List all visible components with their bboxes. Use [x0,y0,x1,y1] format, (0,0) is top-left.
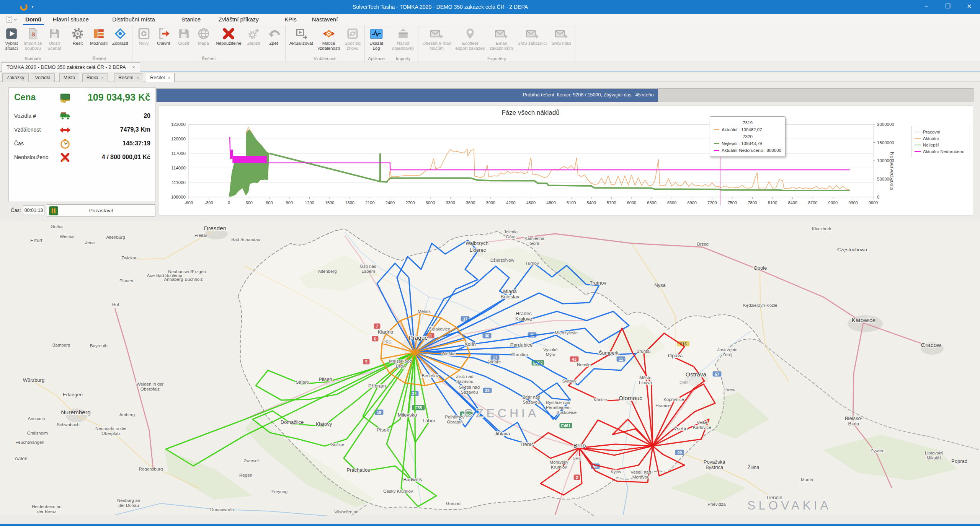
matrix-icon [322,27,335,40]
pause-button[interactable]: Pozastavit [47,204,155,217]
road-shield-label: 6 [374,337,376,341]
x-axis-tick: 1800 [345,200,354,205]
maximize-button[interactable]: ❐ [937,0,959,14]
gear-icon [71,27,84,40]
stat-label: Vzdálenost [14,127,41,133]
ribbon-button-matice[interactable]: Matice vzdáleností [315,26,342,56]
document-tab-close-icon[interactable]: × [132,65,135,70]
cost-chart-card[interactable]: Fáze všech nákladů 108000111000114000117… [159,106,973,215]
x-axis-tick: 7200 [707,200,717,205]
ribbon-button-zpět[interactable]: Zpět [264,26,284,56]
tab-řidiči[interactable]: Řidiči× [82,73,108,82]
time-label: Čas: [11,207,21,213]
map-city-label: Prachatice [346,467,370,473]
tab-close-icon[interactable]: × [101,75,103,80]
tab-zakázky[interactable]: Zakázky [2,73,29,82]
map-city-label: Olomouc [619,395,642,401]
x-axis-tick: 3300 [446,200,455,205]
envelope-icon [430,27,443,40]
ribbon-button-nepoužitelné[interactable]: Nepoužitelné [214,26,244,56]
menu-tab-nastaven-[interactable]: Nastavení [310,14,340,25]
backstage-menu-icon[interactable] [5,15,18,24]
map-city-label: Amberg [119,412,135,417]
x-axis-tick: -300 [205,200,213,205]
tab-label: Řidiči [87,75,98,80]
cross-icon [59,152,71,163]
map-city-label: Prievidza [707,502,726,506]
road-shield-label: 43 [572,357,577,362]
ribbon-button-zobrazit[interactable]: Zobrazit [110,26,131,56]
x-axis-tick: 6600 [667,200,676,205]
map-city-label: MoravskýKrumlov [549,460,568,469]
menu-tab-kpis[interactable]: KPIs [282,14,299,25]
close-button[interactable]: ✕ [959,0,980,14]
series-area [232,156,266,163]
tab-vozidla[interactable]: Vozidla [31,73,54,82]
ribbon-button-řešit[interactable]: Řešit [68,26,88,56]
x-axis-tick: 900 [286,200,293,205]
menu-tab-distribu-n-m-sta[interactable]: Distribuční místa [110,14,157,25]
y-axis-tick: 117000 [171,151,186,156]
map-view[interactable]: 76115373617381933E55E551431191667E462E46… [0,220,980,516]
stat-row-vzdálenost: Vzdálenost7479,3 Km [14,124,150,137]
pulse-icon [370,27,383,40]
x-axis-tick: 4500 [526,200,536,205]
tab-řešení[interactable]: Řešení× [114,73,143,82]
menu-tab-stanice[interactable]: Stanice [179,14,203,25]
ribbon-button-ukázat[interactable]: Ukázat Log [366,26,386,56]
options-bars-icon [92,27,105,40]
map-canvas: 76115373617381933E55E551431191667E462E46… [0,220,980,516]
map-city-label: Neuburg ander Donau [117,498,140,508]
ribbon-button-vybrat[interactable]: Vybrat situaci [2,26,21,56]
ribbon-group-name: Aplikace [366,56,386,62]
minimize-button[interactable]: – [916,0,937,14]
legend-label: Aktuální-Nedoručeno [923,149,964,154]
map-city-label: Gotha [51,224,63,229]
ribbon-button-spočítat: Spočítat znovu [342,26,363,56]
ribbon-button-label: Možnosti [90,41,108,46]
legend-label: Nejlepší [923,143,939,147]
x-axis-tick: 2400 [385,200,395,205]
ribbon-button-zlepšit: Zlepšit [244,26,264,56]
map-city-label: Domažlice [281,419,304,425]
ribbon-group-name: Importy [390,56,416,62]
map-city-label: Pilsen [318,376,332,382]
map-city-label: Milevsko [398,412,417,418]
right-axis-tick: 1500000 [877,140,894,145]
tab-řešitel[interactable]: Řešitel× [146,73,175,82]
new-circle-icon [137,27,150,40]
x-axis-tick: 300 [246,200,253,205]
tab-místa[interactable]: Místa [59,73,80,82]
ribbon-button-label: Uložit [178,41,189,46]
menu-bar: DomůHlavní situaceDistribuční místaStani… [0,14,980,25]
legend-swatch [915,138,921,139]
pin-icon [464,27,477,40]
ribbon-group-scénáře: Vybrat situaciSImport ze souboruUložit S… [0,25,66,62]
tooltip-row: Aktuální-Nedoručeno : 800000 [714,147,781,154]
ribbon-button-možnosti[interactable]: Možnosti [88,26,110,56]
ribbon-button-label: Řešit [73,41,83,46]
ribbon-group-řešení: NovýOtevřítUložitMapaNepoužitelnéZlepšit… [132,25,286,62]
ribbon-button-otevřít[interactable]: Otevřít [154,26,174,56]
ribbon-button-aktualizovat[interactable]: Aktualizovat [287,26,315,56]
map-city-label: OSR [679,381,688,385]
menu-tab-hlavn-situace[interactable]: Hlavní situace [51,14,91,25]
map-city-label: Jena [85,240,95,245]
x-axis-tick: 3900 [486,200,495,205]
legend-item: Aktuální-Nedoručeno [915,148,967,155]
tab-label: Zakázky [7,75,24,80]
tab-close-icon[interactable]: × [168,75,170,80]
ribbon-group-name: Scénáře [2,56,64,62]
chart-canvas[interactable]: 108000111000114000117000120000123000-600… [159,106,973,215]
map-city-label: Donauwörth [210,507,234,512]
map-city-label: Veselí nadMoravou [630,470,651,479]
stat-value: 109 034,93 Kč [88,92,150,103]
ribbon-group-exportéry: Odeslat e-mail řidičůmEcofleet export za… [418,25,575,62]
menu-tab-dom-[interactable]: Domů [23,14,44,25]
x-axis-tick: 5400 [587,200,596,205]
map-city-label: Třinec [723,387,735,392]
map-city-label: Stříbro [296,380,309,384]
menu-tab-zvl-tn-p-kazy[interactable]: Zvláštní příkazy [216,14,261,25]
document-tab[interactable]: TOMKA 2020 - DEMO 350 zakázek celá ČR - … [2,62,140,72]
tab-close-icon[interactable]: × [137,75,139,80]
